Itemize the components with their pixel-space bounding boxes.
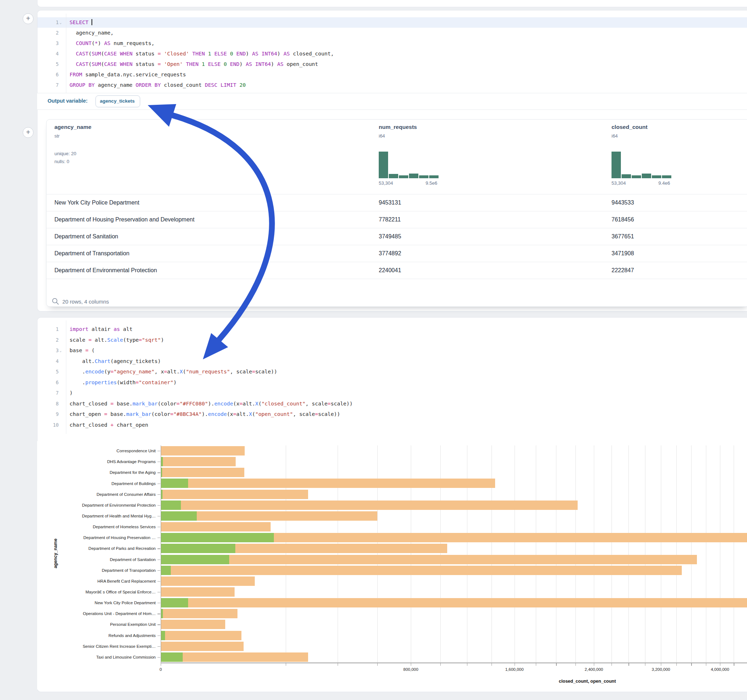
gridline (556, 445, 556, 662)
output-variable-pill[interactable]: agency_tickets (95, 95, 140, 107)
code-line[interactable]: 8chart_closed = base.mark_bar(color="#FF… (37, 398, 747, 409)
x-tick-mark (467, 663, 467, 666)
gridline (411, 445, 411, 662)
line-number: 2 (37, 335, 59, 345)
gridline (491, 445, 492, 662)
bar-closed-count (161, 609, 237, 618)
y-tick-mark (157, 548, 160, 549)
code-line[interactable]: 2 agency_name, (37, 28, 747, 38)
bar-open-count (161, 478, 188, 488)
line-number: 1 (37, 17, 59, 28)
code-text: chart_closed = base.mark_bar(color="#FFC… (70, 398, 353, 409)
line-number: 9 (37, 409, 59, 420)
y-tick-mark (157, 657, 160, 658)
table-cell: 7782211 (379, 211, 401, 228)
column-histogram (379, 152, 439, 178)
code-text: agency_name, (70, 28, 113, 38)
row-count-status[interactable]: 20 rows, 4 columns (62, 299, 109, 305)
fold-chevron-icon[interactable]: ⌄ (59, 17, 64, 28)
x-tick-mark (706, 663, 706, 666)
bar-closed-count (161, 478, 495, 488)
y-axis-label: Senior Citizen Rent Increase Exempti… (37, 643, 156, 649)
line-number: 3 (37, 345, 59, 356)
code-line[interactable]: 6 .properties(width="container") (37, 377, 747, 388)
code-line[interactable]: 7) (37, 388, 747, 398)
code-line[interactable]: 4 alt.Chart(agency_tickets) (37, 356, 747, 367)
gridline (611, 445, 612, 662)
column-header-closed_count[interactable]: closed_count (611, 124, 647, 130)
table-cell: 7618456 (611, 211, 634, 228)
bar-open-count (161, 566, 171, 575)
x-tick-mark (611, 663, 612, 666)
y-tick-mark (157, 527, 160, 527)
y-axis-label: Department of Sanitation (37, 557, 156, 563)
code-text: import altair as alt (70, 324, 133, 335)
text-cursor (92, 19, 92, 25)
code-line[interactable]: 7GROUP BY agency_name ORDER BY closed_co… (37, 80, 747, 91)
y-axis-label: Department of Environmental Protection (37, 502, 156, 508)
add-cell-button-output[interactable]: + (23, 127, 33, 138)
y-axis-label: Refunds and Adjustments (37, 633, 156, 638)
y-tick-mark (157, 592, 160, 592)
gridline (691, 445, 691, 662)
histogram-min-label: 53,304 (611, 180, 626, 186)
table-cell: 3677651 (611, 228, 634, 245)
bar-closed-count (161, 457, 236, 466)
code-line[interactable]: 3⌄base = ( (37, 345, 747, 356)
table-cell: 9443533 (611, 194, 634, 211)
y-axis-label: HRA Benefit Card Replacement (37, 578, 156, 584)
code-line[interactable]: 10chart_closed + chart_open (37, 420, 747, 431)
y-tick-mark (157, 614, 160, 614)
table-cell: New York City Police Department (54, 194, 139, 211)
column-header-num_requests[interactable]: num_requests (379, 124, 417, 130)
bar-open-count (161, 501, 181, 510)
table-cell: 3749485 (379, 228, 401, 245)
column-stat: nulls: 0 (54, 159, 69, 164)
code-text: COUNT(*) AS num_requests, (70, 38, 154, 48)
bar-closed-count (161, 598, 747, 608)
code-line[interactable]: 3 COUNT(*) AS num_requests, (37, 38, 747, 48)
search-icon[interactable] (51, 297, 59, 305)
code-text: ) (70, 388, 73, 398)
code-line[interactable]: 1import altair as alt (37, 324, 747, 335)
fold-chevron-icon[interactable]: ⌄ (59, 345, 64, 356)
code-line[interactable]: 5 .encode(y="agency_name", x=alt.X("num_… (37, 367, 747, 377)
y-axis-label: Department of Parks and Recreation (37, 546, 156, 551)
x-tick-mark (676, 663, 677, 666)
x-axis-line (161, 662, 747, 663)
y-tick-mark (157, 472, 160, 473)
column-header-agency_name[interactable]: agency_name (54, 124, 92, 130)
y-axis-label: Operations Unit - Department of Hom… (37, 611, 156, 617)
code-line[interactable]: 4 CAST(SUM(CASE WHEN status = 'Closed' T… (37, 48, 747, 59)
code-line[interactable]: 5 CAST(SUM(CASE WHEN status = 'Open' THE… (37, 59, 747, 69)
code-line[interactable]: 2scale = alt.Scale(type="sqrt") (37, 335, 747, 345)
x-tick-mark (338, 663, 338, 666)
line-number: 7 (37, 80, 59, 91)
x-tick-mark (594, 663, 594, 666)
x-tick-mark (556, 663, 556, 666)
bar-closed-count (161, 490, 308, 499)
gridline (645, 445, 646, 662)
bar-closed-count (161, 576, 255, 586)
column-dtype: i64 (379, 133, 385, 139)
y-axis-line (161, 445, 161, 662)
y-tick-mark (157, 505, 160, 505)
line-number: 4 (37, 48, 59, 59)
code-line[interactable]: 6FROM sample_data.nyc.service_requests (37, 69, 747, 80)
x-tick-mark (536, 663, 536, 666)
bar-open-count (161, 652, 183, 662)
gridline (514, 445, 515, 662)
x-axis-label: 0 (160, 667, 162, 671)
gridline (536, 445, 536, 662)
bar-open-count (161, 511, 197, 520)
bar-closed-count (161, 631, 242, 640)
x-tick-mark (661, 663, 661, 666)
line-number: 6 (37, 69, 59, 80)
y-axis-label: Department of Consumer Affairs (37, 492, 156, 497)
y-axis-label: Department of Transportation (37, 567, 156, 573)
code-line[interactable]: 9chart_open = base.mark_bar(color="#8BC3… (37, 409, 747, 420)
add-cell-button-top[interactable]: + (23, 13, 33, 24)
code-line[interactable]: 1⌄SELECT (37, 17, 747, 28)
x-axis-label: 3,200,000 (652, 667, 670, 671)
bar-closed-count (161, 566, 682, 575)
